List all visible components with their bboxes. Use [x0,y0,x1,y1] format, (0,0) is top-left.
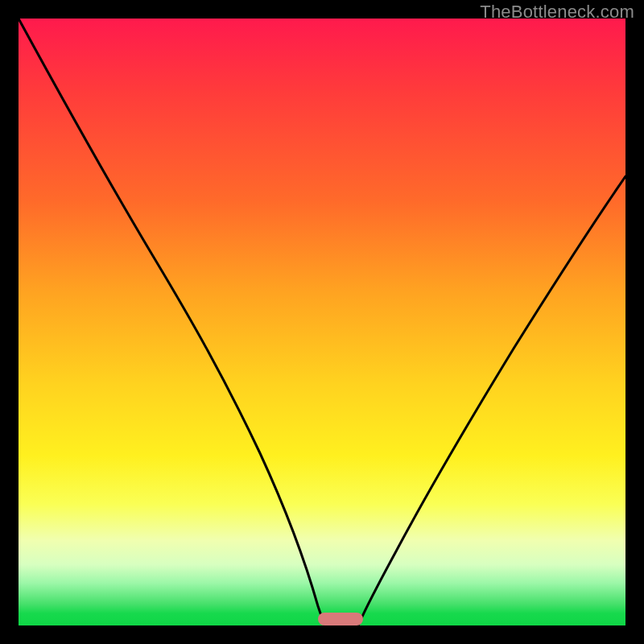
curve-left-branch [19,19,325,625]
plot-area [19,19,625,625]
curve-right-branch [358,176,625,625]
optimal-point-marker [318,613,363,625]
chart-frame: TheBottleneck.com [0,0,644,644]
bottleneck-curve [19,19,625,625]
watermark-text: TheBottleneck.com [480,2,634,23]
